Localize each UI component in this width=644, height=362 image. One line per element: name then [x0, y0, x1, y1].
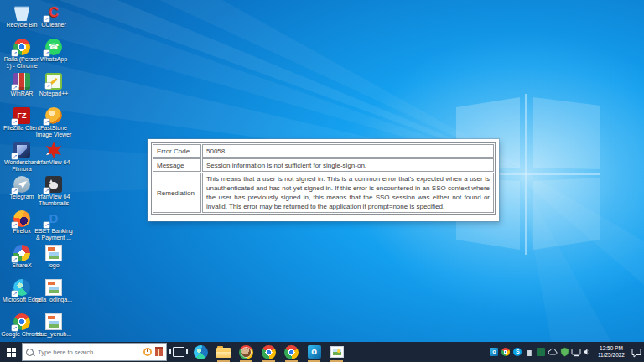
tray-outlook[interactable]	[489, 344, 500, 359]
irfanview-icon	[45, 142, 62, 158]
outlook-icon	[308, 345, 321, 359]
table-row: Error Code 50058	[153, 144, 494, 158]
chrome-icon	[501, 348, 510, 356]
desktop-icon-label: IrfanView 64	[33, 159, 75, 166]
shortcut-arrow-icon	[44, 153, 49, 159]
shortcut-arrow-icon	[12, 325, 18, 331]
notepad-plus-plus-icon	[45, 73, 62, 90]
shortcut-arrow-icon	[12, 291, 18, 297]
taskbar-chrome-profile-2-button[interactable]	[257, 342, 280, 362]
shortcut-arrow-icon	[44, 188, 49, 194]
shortcut-arrow-icon	[44, 222, 49, 228]
tray-volume[interactable]	[583, 344, 594, 359]
security-shield-icon	[560, 347, 569, 357]
shortcut-arrow-icon	[12, 85, 18, 90]
desktop-icon-faststone[interactable]: FastStone Image Viewer	[33, 107, 75, 142]
filmora-icon	[13, 142, 30, 158]
taskbar-edge-button[interactable]	[190, 342, 212, 362]
edge-icon	[194, 345, 208, 359]
tray-onedrive[interactable]	[548, 344, 558, 359]
desktop-icon-logo-file[interactable]: logo	[33, 245, 75, 279]
desktop-icon-label: Notepad++	[33, 90, 75, 97]
eset-banking-icon	[45, 210, 62, 227]
taskbar-outlook-button[interactable]	[303, 342, 325, 362]
action-center-icon	[631, 347, 642, 358]
desktop-icon-whatsapp[interactable]: WhatsApp	[33, 39, 75, 73]
telegram-icon	[13, 176, 30, 193]
tray-green-app[interactable]	[536, 344, 547, 359]
firefox-icon	[13, 210, 30, 227]
search-input[interactable]	[36, 348, 141, 357]
whatsapp-icon	[45, 39, 62, 55]
desktop-icon-eset-banking[interactable]: ESET Banking & Payment ...	[33, 210, 75, 245]
clock-time: 12:50 PM	[598, 345, 625, 352]
search-icon	[26, 349, 34, 356]
tray-usb-device[interactable]	[524, 344, 535, 359]
desktop-icon-irfanview[interactable]: IrfanView 64	[33, 142, 75, 176]
taskbar-file-explorer-button[interactable]	[212, 342, 235, 362]
table-row: Message Session information is not suffi…	[153, 158, 494, 172]
shortcut-arrow-icon	[44, 16, 49, 22]
shortcut-arrow-icon	[12, 256, 18, 262]
chrome-icon	[239, 345, 253, 359]
action-center-button[interactable]	[629, 342, 644, 362]
volume-icon	[583, 347, 593, 357]
remediation-label: Remediation	[153, 173, 201, 213]
error-code-value: 50058	[202, 144, 494, 158]
desktop-icon-column-2: CCleaner WhatsApp Notepad++ FastStone Im…	[33, 4, 75, 348]
taskbar-photo-viewer-button[interactable]	[325, 342, 348, 362]
desktop-icon-ccleaner[interactable]: CCleaner	[33, 4, 75, 39]
chrome-icon	[13, 39, 30, 55]
file-explorer-icon	[216, 348, 231, 358]
irfanview-thumbnails-icon	[45, 176, 62, 193]
error-table-window: Error Code 50058 Message Session informa…	[148, 139, 499, 221]
shortcut-arrow-icon	[12, 188, 18, 194]
desktop-icon-label: CCleaner	[33, 22, 75, 28]
system-tray	[489, 344, 594, 359]
task-view-icon	[173, 347, 184, 357]
tray-security-shield[interactable]	[559, 344, 570, 359]
tray-skype[interactable]	[512, 344, 523, 359]
desktop-icon-raila-image-file[interactable]: raila_odinga...	[33, 279, 75, 313]
taskbar-task-view-button[interactable]	[167, 342, 190, 362]
app-grid-green-icon	[537, 348, 545, 356]
tray-network[interactable]	[571, 344, 582, 359]
error-table: Error Code 50058 Message Session informa…	[151, 142, 496, 215]
image-file-icon	[45, 245, 62, 261]
desktop-icon-label: IrfanView 64 Thumbnails	[33, 194, 75, 207]
table-row: Remediation This means that a user is no…	[153, 173, 494, 213]
winrar-icon	[13, 73, 30, 90]
tray-chrome[interactable]	[501, 344, 512, 359]
desktop-icon-notepad-plus-plus[interactable]: Notepad++	[33, 73, 75, 107]
desktop-icon-label: raila_odinga...	[33, 297, 75, 303]
start-button[interactable]	[0, 342, 22, 362]
taskbar-clock[interactable]: 12:50 PM 11/25/2022	[594, 345, 629, 359]
remediation-value: This means that a user is not signed in.…	[202, 173, 494, 213]
onedrive-cloud-icon	[548, 347, 558, 357]
skype-icon	[513, 348, 522, 356]
image-file-icon	[45, 279, 62, 296]
taskbar-chrome-profile-1-button[interactable]	[235, 342, 257, 362]
shortcut-arrow-icon	[45, 83, 51, 89]
shortcut-arrow-icon	[12, 153, 18, 159]
message-value: Session information is not sufficient fo…	[202, 158, 494, 172]
image-file-icon	[45, 313, 62, 330]
edge-icon	[13, 279, 30, 296]
desktop-icon-label: FastStone Image Viewer	[33, 125, 75, 138]
filezilla-icon	[13, 107, 30, 124]
shortcut-arrow-icon	[44, 119, 49, 125]
ccleaner-icon	[45, 4, 62, 21]
taskbar-chrome-profile-3-button[interactable]	[280, 342, 303, 362]
shortcut-arrow-icon	[12, 50, 18, 56]
network-display-icon	[571, 347, 581, 357]
usb-device-icon	[526, 348, 532, 356]
sharex-icon	[13, 245, 30, 261]
faststone-icon	[45, 107, 62, 124]
shortcut-arrow-icon	[12, 119, 18, 125]
taskbar-search[interactable]	[22, 343, 167, 361]
desktop-icon-irfanview-thumbnails[interactable]: IrfanView 64 Thumbnails	[33, 176, 75, 210]
profile-avatar	[242, 348, 251, 357]
recycle-bin-icon	[13, 4, 30, 21]
windows-logo-icon	[7, 348, 16, 357]
clock-date: 11/25/2022	[598, 352, 625, 359]
